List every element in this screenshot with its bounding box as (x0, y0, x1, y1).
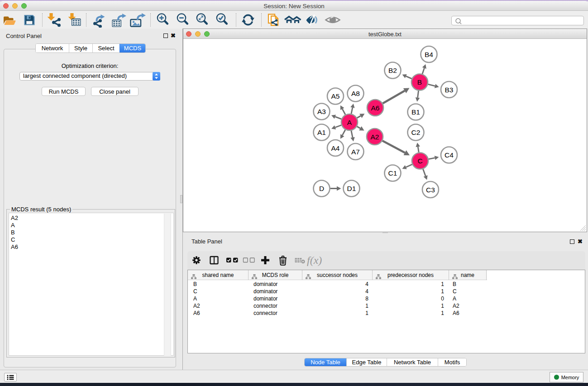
svg-text:C: C (417, 157, 422, 165)
svg-text:C4: C4 (445, 151, 454, 159)
svg-text:A2: A2 (371, 133, 379, 141)
svg-text:C1: C1 (388, 169, 397, 177)
svg-text:B: B (417, 78, 422, 86)
svg-text:A1: A1 (317, 129, 326, 136)
svg-text:A4: A4 (331, 144, 340, 152)
svg-text:A3: A3 (317, 108, 326, 115)
svg-text:B1: B1 (411, 108, 420, 116)
svg-text:B2: B2 (388, 67, 397, 74)
svg-text:A: A (347, 119, 352, 126)
svg-text:D: D (319, 185, 324, 192)
svg-text:C2: C2 (411, 129, 421, 136)
svg-text:A7: A7 (351, 148, 360, 156)
svg-text:D1: D1 (347, 185, 356, 192)
svg-text:B4: B4 (425, 51, 433, 58)
svg-text:A5: A5 (331, 92, 340, 100)
svg-text:A6: A6 (371, 104, 380, 112)
svg-text:B3: B3 (445, 86, 454, 94)
svg-text:A8: A8 (351, 90, 360, 97)
svg-text:C3: C3 (426, 186, 435, 194)
